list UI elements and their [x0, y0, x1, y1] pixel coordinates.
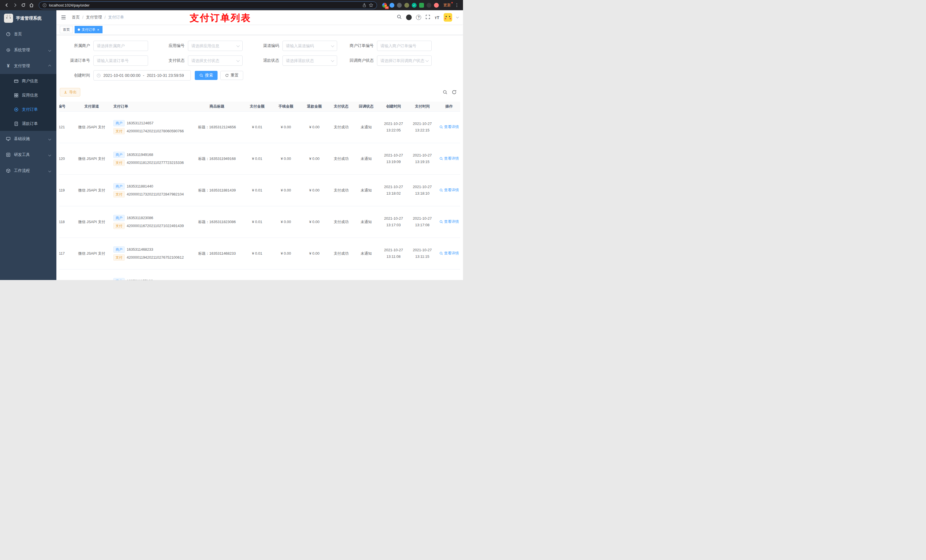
date-end[interactable]: 2021-10-31 23:59:59: [147, 73, 184, 78]
sidebar-item-merchant-info[interactable]: 商户信息: [0, 74, 56, 88]
filter-label-pay-status: 支付状态: [148, 58, 188, 63]
col-status: 支付状态: [328, 101, 354, 111]
merchant-select-input[interactable]: [97, 44, 145, 48]
merchant-order-no-field[interactable]: [377, 41, 432, 51]
chevron-down-icon: [425, 59, 428, 62]
sidebar-item-workflow[interactable]: 工作流程: [0, 163, 56, 179]
channel-order-no-input[interactable]: [97, 58, 145, 63]
pay-status-select[interactable]: [188, 56, 243, 66]
search-toggle-icon[interactable]: [442, 90, 448, 95]
channel-code-select[interactable]: [283, 41, 337, 51]
chevron-down-icon: [331, 59, 334, 62]
forward-button[interactable]: [11, 2, 19, 9]
channel-order-no-field[interactable]: [94, 56, 148, 66]
refresh-table-icon[interactable]: [452, 90, 457, 95]
col-create-time: 创建时间: [379, 101, 409, 111]
circle-dot-icon: [14, 107, 19, 112]
search-button[interactable]: 搜索: [195, 71, 218, 80]
url-text[interactable]: localhost:1024/pay/order: [49, 3, 89, 8]
col-id: 编号: [59, 101, 72, 111]
grid-icon: [14, 93, 19, 98]
sidebar-item-infra[interactable]: 基础设施: [0, 131, 56, 147]
merchant-tag: 商户: [113, 278, 125, 280]
close-icon[interactable]: ×: [97, 28, 99, 32]
breadcrumb-home[interactable]: 首页: [72, 15, 80, 20]
bank-card-icon: [14, 78, 19, 84]
search-icon[interactable]: [396, 14, 402, 21]
tab-pay-order[interactable]: 支付订单 ×: [75, 26, 103, 33]
merchant-tag: 商户: [113, 183, 125, 190]
help-icon[interactable]: ?: [416, 15, 421, 20]
sidebar-item-pay-order[interactable]: 支付订单: [0, 103, 56, 117]
notify-status-select[interactable]: [377, 56, 432, 66]
chevron-down-icon: [236, 59, 239, 62]
extension-icon-1[interactable]: 10: [382, 3, 387, 8]
sidebar-fold-icon[interactable]: [61, 15, 66, 20]
table-row: 120 微信 JSAPI 支付 商户1635311949168 支付420000…: [59, 143, 460, 174]
pay-tag: 支付: [113, 223, 125, 229]
refund-status-select[interactable]: [283, 56, 337, 66]
view-detail-link[interactable]: 查看详情: [439, 156, 459, 161]
chevron-down-icon: [48, 153, 51, 156]
extension-icon-4[interactable]: [404, 3, 409, 8]
bookmark-star-icon[interactable]: [369, 3, 373, 8]
github-icon[interactable]: [406, 15, 412, 20]
date-start[interactable]: 2021-10-01 00:00:00: [103, 73, 141, 78]
app-select-input[interactable]: [191, 44, 236, 48]
sidebar-item-refund-order[interactable]: 退款订单: [0, 117, 56, 131]
extension-icon-2[interactable]: [390, 3, 394, 8]
extension-badge: 10: [385, 6, 389, 9]
sidebar-item-payment[interactable]: ¥ 支付管理: [0, 58, 56, 74]
extension-icon-7[interactable]: [427, 3, 431, 8]
filter-label-channel-code: 渠道编码: [243, 43, 283, 48]
create-time-range-picker[interactable]: 2021-10-01 00:00:00 - 2021-10-31 23:59:5…: [94, 70, 191, 80]
browser-menu-icon[interactable]: ⋮: [454, 3, 460, 8]
view-detail-link[interactable]: 查看详情: [439, 251, 459, 256]
channel-code-input[interactable]: [286, 44, 330, 48]
merchant-order-no-input[interactable]: [380, 44, 428, 48]
merchant-tag: 商户: [113, 215, 125, 221]
view-detail-link[interactable]: 查看详情: [439, 187, 459, 193]
sidebar-item-system[interactable]: 系统管理: [0, 42, 56, 58]
app-select[interactable]: [188, 41, 243, 51]
reset-button[interactable]: 重置: [220, 71, 243, 80]
col-amount: 支付金额: [243, 101, 272, 111]
home-button[interactable]: [27, 2, 35, 9]
gear-icon: [6, 48, 11, 53]
site-info-icon[interactable]: [42, 3, 47, 8]
extension-icon-6[interactable]: [419, 3, 424, 8]
export-button[interactable]: 导出: [60, 88, 80, 97]
filter-form: 所属商户 应用编号 渠道编码 商户订单编号 渠道订单号 支付状态 退款状态: [56, 35, 463, 83]
share-icon[interactable]: [362, 3, 366, 8]
extension-icon-8[interactable]: [434, 3, 439, 8]
address-bar[interactable]: localhost:1024/pay/order: [39, 2, 377, 9]
chevron-down-icon[interactable]: [456, 16, 459, 18]
pay-status-input[interactable]: [191, 58, 236, 63]
font-size-icon[interactable]: тT: [434, 15, 439, 20]
refund-status-input[interactable]: [286, 58, 330, 63]
sidebar-item-devtools[interactable]: 研发工具: [0, 147, 56, 163]
view-detail-link[interactable]: 查看详情: [439, 219, 459, 224]
chevron-down-icon: [236, 44, 239, 47]
dashboard-icon: [6, 32, 11, 37]
pay-tag: 支付: [113, 160, 125, 166]
sidebar-item-app-info[interactable]: 应用信息: [0, 88, 56, 103]
sidebar-item-home[interactable]: 首页: [0, 26, 56, 42]
tab-home[interactable]: 首页: [60, 26, 73, 33]
view-detail-link[interactable]: 查看详情: [439, 124, 459, 130]
extension-icon-5[interactable]: ✓: [412, 3, 416, 8]
browser-update-button[interactable]: 更新: [443, 3, 451, 8]
merchant-select[interactable]: [94, 41, 148, 51]
status-text: 支付成功: [328, 143, 354, 174]
back-button[interactable]: [3, 2, 11, 9]
notify-status-input[interactable]: [380, 58, 425, 63]
extension-icon-3[interactable]: [397, 3, 402, 8]
merchant-tag: 商户: [113, 120, 125, 126]
filter-label-create-time: 创建时间: [56, 73, 94, 78]
refresh-button[interactable]: [20, 2, 27, 9]
avatar[interactable]: [443, 13, 452, 22]
fullscreen-icon[interactable]: [425, 15, 430, 21]
tags-view-bar: 首页 支付订单 ×: [56, 24, 463, 35]
browser-window: localhost:1024/pay/order 10 ✓ 更新 ⋮ 芋道管理系…: [0, 0, 463, 280]
breadcrumb-payment[interactable]: 支付管理: [86, 15, 102, 20]
